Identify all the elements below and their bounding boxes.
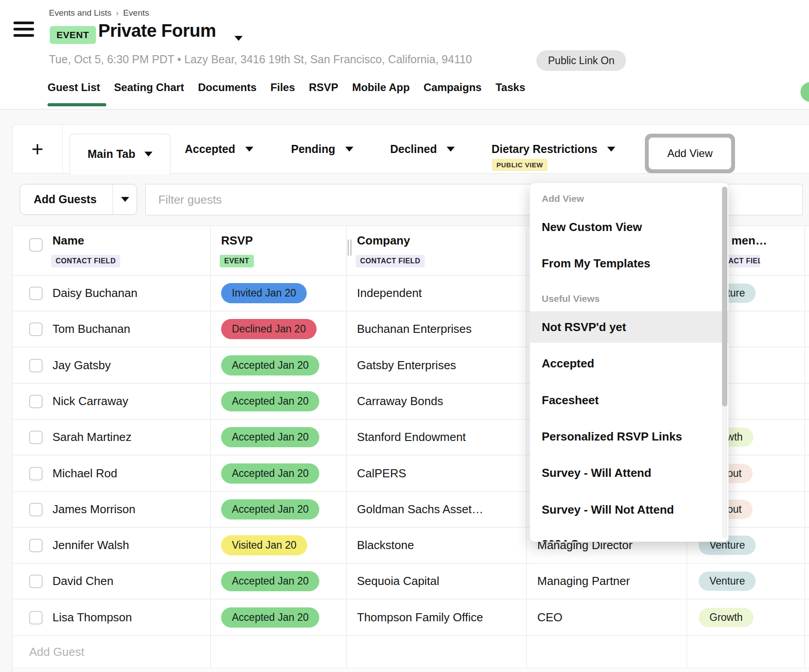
dropdown-row[interactable]: New Custom View bbox=[530, 211, 729, 243]
row-checkbox[interactable] bbox=[29, 575, 43, 588]
dropdown-row: Useful Views bbox=[530, 283, 729, 314]
guest-name: James Morrison bbox=[52, 502, 135, 516]
dropdown-label: 2024 S bbox=[542, 537, 578, 542]
nav-tab-guest-list[interactable]: Guest List bbox=[48, 81, 100, 94]
column-type-badge: CONTACT FIELD bbox=[356, 255, 425, 267]
hamburger-menu-icon[interactable] bbox=[13, 22, 34, 37]
row-checkbox[interactable] bbox=[29, 503, 43, 516]
dropdown-row: Add View bbox=[530, 183, 729, 214]
event-type-badge: EVENT bbox=[50, 26, 96, 44]
breadcrumb: Events and Lists › Events bbox=[49, 8, 149, 18]
guest-company: Stanford Endowment bbox=[357, 430, 466, 444]
nav-tab-documents[interactable]: Documents bbox=[198, 81, 257, 94]
view-tab-label: Declined bbox=[390, 143, 437, 156]
guest-name: Jennifer Walsh bbox=[52, 538, 129, 552]
title-chevron-down-icon[interactable] bbox=[235, 36, 243, 41]
view-tab-main-tab[interactable]: Main Tab bbox=[70, 134, 170, 174]
rsvp-pill[interactable]: Accepted Jan 20 bbox=[221, 427, 319, 447]
nav-tab-files[interactable]: Files bbox=[270, 81, 295, 94]
breadcrumb-events-and-lists[interactable]: Events and Lists bbox=[49, 8, 111, 18]
dropdown-label: Useful Views bbox=[542, 293, 600, 304]
dropdown-row[interactable]: Not RSVP'd yet bbox=[530, 311, 729, 343]
add-guests-button[interactable]: Add Guests bbox=[20, 184, 137, 215]
active-tab-underline bbox=[48, 103, 106, 106]
add-view-dropdown: Add View New Custom View From My Templat… bbox=[530, 183, 729, 542]
row-checkbox[interactable] bbox=[29, 611, 43, 624]
guest-name: Nick Carraway bbox=[52, 394, 128, 408]
guest-company: Sequoia Capital bbox=[357, 574, 439, 588]
guest-name: David Chen bbox=[52, 574, 113, 588]
chevron-down-icon bbox=[607, 147, 615, 152]
dropdown-scrollbar-thumb[interactable] bbox=[722, 187, 727, 406]
add-guests-dropdown-toggle[interactable] bbox=[113, 184, 137, 214]
nav-tab-campaigns[interactable]: Campaigns bbox=[424, 81, 482, 94]
rsvp-pill[interactable]: Accepted Jan 20 bbox=[221, 391, 319, 411]
view-tab-strip: + Main Tab Accepted Pending Declined Die… bbox=[12, 124, 809, 174]
guest-company: Thompson Family Office bbox=[357, 611, 483, 624]
view-tab-accepted[interactable]: Accepted bbox=[185, 125, 253, 173]
add-tab-button[interactable]: + bbox=[13, 125, 63, 173]
column-header-name[interactable]: Name bbox=[52, 234, 84, 248]
add-view-button-focus-ring: Add View bbox=[645, 134, 735, 173]
column-type-badge: EVENT bbox=[220, 255, 254, 267]
nav-tab-seating-chart[interactable]: Seating Chart bbox=[114, 81, 184, 94]
dropdown-row[interactable]: Personalized RSVP Links bbox=[530, 421, 729, 452]
row-checkbox[interactable] bbox=[29, 323, 43, 336]
row-checkbox[interactable] bbox=[29, 359, 43, 372]
header-divider bbox=[0, 109, 809, 109]
column-header-rsvp[interactable]: RSVP bbox=[221, 234, 253, 248]
breadcrumb-events[interactable]: Events bbox=[123, 8, 149, 18]
dropdown-row[interactable]: Facesheet bbox=[530, 384, 729, 416]
dropdown-row[interactable]: 2024 S bbox=[530, 528, 729, 542]
dropdown-label: New Custom View bbox=[542, 220, 642, 234]
column-header-company[interactable]: Company bbox=[357, 234, 410, 248]
floating-action-button[interactable] bbox=[800, 82, 809, 102]
dropdown-label: Facesheet bbox=[542, 393, 599, 407]
row-checkbox[interactable] bbox=[29, 467, 43, 480]
view-tab-declined[interactable]: Declined bbox=[390, 125, 455, 173]
guest-company: Buchanan Enterprises bbox=[357, 322, 472, 336]
rsvp-pill[interactable]: Accepted Jan 20 bbox=[221, 571, 319, 591]
rsvp-pill[interactable]: Accepted Jan 20 bbox=[221, 355, 319, 375]
guest-title: CEO bbox=[537, 611, 562, 624]
guest-title: Managing Partner bbox=[537, 574, 630, 588]
public-view-badge: PUBLIC VIEW bbox=[492, 159, 548, 171]
add-guest-placeholder: Add Guest bbox=[29, 636, 84, 668]
row-checkbox[interactable] bbox=[29, 431, 43, 444]
column-resize-handle[interactable] bbox=[348, 240, 352, 256]
row-checkbox[interactable] bbox=[29, 287, 43, 300]
add-guest-row[interactable]: Add Guest bbox=[13, 636, 809, 668]
add-view-button[interactable]: Add View bbox=[648, 137, 731, 170]
page-title: Private Forum bbox=[98, 21, 216, 41]
guest-company: Carraway Bonds bbox=[357, 394, 443, 408]
row-checkbox[interactable] bbox=[29, 539, 43, 552]
guest-name: Michael Rod bbox=[52, 467, 117, 480]
row-checkbox[interactable] bbox=[29, 395, 43, 408]
dropdown-row[interactable]: From My Templates bbox=[530, 248, 729, 279]
select-all-checkbox[interactable] bbox=[29, 238, 43, 252]
view-tab-label: Main Tab bbox=[87, 148, 135, 161]
dropdown-row[interactable]: Survey - Will Attend bbox=[530, 457, 729, 489]
column-header-partial[interactable]: men… bbox=[731, 234, 767, 248]
rsvp-pill[interactable]: Accepted Jan 20 bbox=[221, 607, 319, 628]
nav-tab-tasks[interactable]: Tasks bbox=[496, 81, 525, 94]
guest-name: Daisy Buchanan bbox=[52, 286, 137, 300]
view-tab-pending[interactable]: Pending bbox=[291, 125, 353, 173]
guest-name: Jay Gatsby bbox=[52, 358, 111, 372]
dropdown-row[interactable]: Accepted bbox=[530, 348, 729, 379]
rsvp-pill[interactable]: Invited Jan 20 bbox=[221, 283, 307, 303]
public-link-badge[interactable]: Public Link On bbox=[536, 50, 626, 71]
rsvp-pill[interactable]: Declined Jan 20 bbox=[221, 319, 317, 339]
nav-tab-mobile-app[interactable]: Mobile App bbox=[352, 81, 409, 94]
dropdown-row[interactable]: Survey - Will Not Attend bbox=[530, 494, 729, 525]
nav-tab-rsvp[interactable]: RSVP bbox=[309, 81, 338, 94]
chevron-down-icon bbox=[144, 152, 152, 157]
rsvp-pill[interactable]: Accepted Jan 20 bbox=[221, 463, 319, 484]
screen: Events and Lists › Events EVENT Private … bbox=[0, 0, 809, 672]
rsvp-pill[interactable]: Visited Jan 20 bbox=[221, 535, 307, 555]
table-row[interactable]: David Chen Accepted Jan 20 Sequoia Capit… bbox=[13, 563, 809, 599]
rsvp-pill[interactable]: Accepted Jan 20 bbox=[221, 499, 319, 519]
table-row[interactable]: Lisa Thompson Accepted Jan 20 Thompson F… bbox=[13, 600, 809, 636]
chevron-down-icon bbox=[447, 147, 455, 152]
event-datetime-location: Tue, Oct 5, 6:30 PM PDT • Lazy Bear, 341… bbox=[49, 53, 472, 66]
